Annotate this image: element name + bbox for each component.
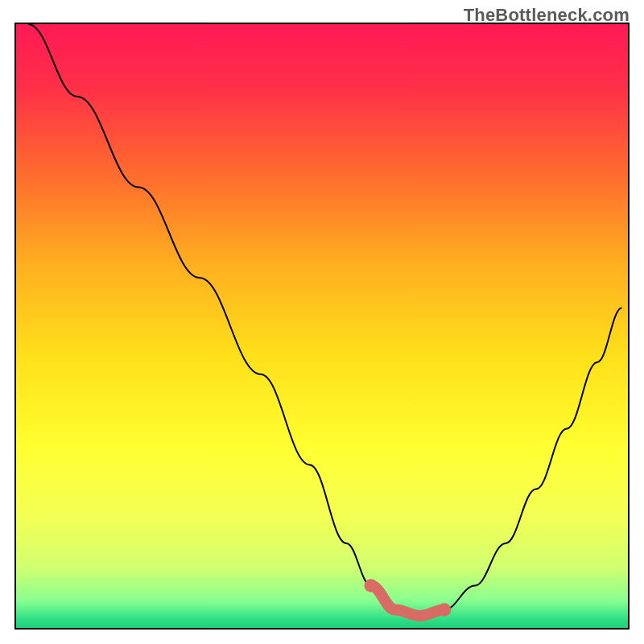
highlight-dot-left — [364, 579, 378, 592]
curve-line — [28, 24, 621, 616]
plot-overlay — [16, 24, 628, 628]
highlight-line — [371, 586, 444, 617]
watermark-label: TheBottleneck.com — [464, 5, 630, 26]
plot-frame — [14, 23, 630, 630]
highlight-dot-right — [438, 603, 452, 617]
chart-container: TheBottleneck.com — [0, 0, 644, 644]
